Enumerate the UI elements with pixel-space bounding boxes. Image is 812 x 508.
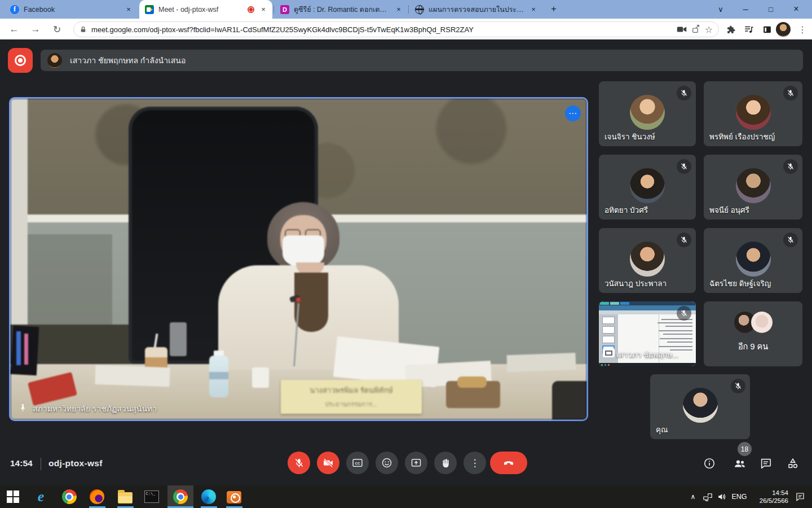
participant-tile[interactable]: อทิตยา บัวศรี bbox=[599, 155, 696, 220]
participant-tile[interactable]: เจนจิรา ชินวงษ์ bbox=[599, 81, 696, 146]
divider bbox=[41, 458, 41, 470]
extensions-puzzle-icon[interactable] bbox=[723, 22, 738, 37]
tray-clock[interactable]: 14:54 26/5/2566 bbox=[749, 485, 789, 508]
start-button[interactable] bbox=[0, 485, 25, 508]
present-screen-button[interactable] bbox=[405, 452, 427, 474]
tab-title: แผนการตรวจสอบภายในประจำปีงบประ bbox=[429, 4, 524, 15]
chat-button[interactable] bbox=[758, 456, 774, 471]
screen-share-tile[interactable]: เสาวภา ชัยพฤกษ... bbox=[599, 301, 696, 366]
participants-button[interactable] bbox=[732, 456, 748, 471]
avatar bbox=[751, 312, 773, 333]
tab-separator bbox=[408, 5, 409, 14]
close-tab-icon[interactable]: × bbox=[394, 5, 403, 14]
avatar bbox=[736, 95, 771, 130]
avatar bbox=[630, 168, 665, 203]
meeting-clock: 14:54 bbox=[10, 458, 33, 468]
tab-title: ดูซีรีย์ : Dr. Romantic ดอกเตอร์ โรแม bbox=[294, 4, 390, 15]
volume-icon[interactable] bbox=[715, 485, 730, 508]
share-icon[interactable] bbox=[691, 25, 700, 34]
more-participants-tile[interactable]: อีก 9 คน bbox=[704, 301, 802, 366]
taskbar-chrome-icon[interactable] bbox=[56, 485, 82, 508]
participant-tile[interactable]: วนัสนาฎ ประพาลา bbox=[599, 228, 696, 293]
taskbar-firefox-icon[interactable] bbox=[84, 485, 109, 508]
tab-audit-plan[interactable]: แผนการตรวจสอบภายในประจำปีงบประ × bbox=[409, 0, 542, 19]
back-button[interactable]: ← bbox=[6, 21, 23, 38]
tab-camera-icon[interactable] bbox=[677, 25, 687, 33]
reload-button[interactable]: ↻ bbox=[48, 21, 65, 38]
new-tab-button[interactable]: + bbox=[544, 0, 563, 18]
tab-recording-indicator-icon bbox=[248, 6, 254, 13]
globe-icon bbox=[415, 5, 424, 14]
camera-toggle-button[interactable] bbox=[317, 452, 339, 474]
participant-tile[interactable]: ฉัตรไชย ดิษฐ์เจริญ bbox=[704, 228, 802, 293]
taskbar-ie-icon[interactable]: e bbox=[28, 485, 54, 508]
end-call-button[interactable] bbox=[490, 452, 527, 474]
address-bar[interactable]: meet.google.com/odj-ptox-wsf?fbclid=IwAR… bbox=[73, 21, 719, 37]
action-center-icon[interactable] bbox=[791, 485, 810, 508]
tray-date: 26/5/2566 bbox=[760, 497, 788, 505]
meet-stage: เสาวภา ชัยพฤกษทล กำลังนำเสนอ bbox=[0, 40, 812, 485]
recording-indicator-icon bbox=[8, 48, 33, 73]
mic-off-icon bbox=[783, 159, 798, 174]
meeting-info-button[interactable] bbox=[701, 456, 717, 471]
participant-name: เจนจิรา ชินวงษ์ bbox=[604, 130, 655, 143]
mic-off-icon bbox=[731, 379, 745, 393]
tab-drama-series[interactable]: D ดูซีรีย์ : Dr. Romantic ดอกเตอร์ โรแม … bbox=[275, 0, 408, 19]
reactions-button[interactable] bbox=[376, 452, 398, 474]
avatar bbox=[736, 242, 771, 277]
more-options-button[interactable]: ⋮ bbox=[464, 452, 486, 474]
self-label: คุณ bbox=[656, 423, 668, 436]
desk-nameplate: นางสาวพรพิมล รัตนพิทักษ์ ประธานกรรมการ..… bbox=[281, 380, 422, 414]
close-tab-icon[interactable]: × bbox=[124, 5, 133, 14]
mic-off-icon bbox=[783, 233, 798, 247]
video-feed: นางสาวพรพิมล รัตนพิทักษ์ ประธานกรรมการ..… bbox=[11, 99, 586, 419]
close-tab-icon[interactable]: × bbox=[529, 5, 538, 14]
mic-off-icon bbox=[677, 86, 691, 100]
nameplate-title: ประธานกรรมการ... bbox=[325, 399, 378, 409]
svg-text:CC: CC bbox=[355, 461, 360, 465]
captions-button[interactable]: CC bbox=[346, 452, 369, 474]
tray-time: 14:54 bbox=[772, 489, 788, 497]
playlist-extension-icon[interactable] bbox=[742, 22, 756, 37]
self-view-tile[interactable]: คุณ bbox=[650, 374, 750, 439]
forward-button[interactable]: → bbox=[27, 21, 44, 38]
browser-menu-icon[interactable]: ⋮ bbox=[795, 22, 810, 37]
activities-button[interactable] bbox=[785, 456, 801, 471]
close-tab-icon[interactable]: × bbox=[259, 5, 268, 14]
url-text: meet.google.com/odj-ptox-wsf?fbclid=IwAR… bbox=[91, 25, 672, 34]
minimize-button[interactable]: ─ bbox=[733, 0, 758, 18]
meet-icon bbox=[145, 5, 154, 14]
mic-off-icon bbox=[677, 306, 691, 321]
maximize-button[interactable]: □ bbox=[758, 0, 783, 18]
taskbar-file-explorer-icon[interactable] bbox=[112, 485, 138, 508]
mini-browser-tabs bbox=[599, 301, 696, 305]
close-window-button[interactable]: × bbox=[784, 0, 809, 18]
language-indicator[interactable]: ENG bbox=[730, 485, 749, 508]
participant-name: อทิตยา บัวศรี bbox=[604, 204, 648, 216]
pin-icon bbox=[19, 404, 27, 414]
windows-taskbar: e C:\_ ∧ ENG 14:54 26/5/2566 bbox=[0, 485, 812, 508]
mic-toggle-button[interactable] bbox=[288, 452, 310, 474]
more-participants-label: อีก 9 คน bbox=[704, 340, 802, 353]
tile-options-button[interactable]: ⋯ bbox=[565, 106, 581, 121]
taskbar-chrome-active-icon[interactable] bbox=[167, 485, 193, 508]
presenter-avatar bbox=[47, 53, 62, 68]
bookmark-star-icon[interactable]: ☆ bbox=[705, 24, 713, 35]
main-video-tile[interactable]: นางสาวพรพิมล รัตนพิทักษ์ ประธานกรรมการ..… bbox=[9, 97, 588, 421]
participant-tile[interactable]: พรทิพย์ เรืองปราชญ์ bbox=[704, 81, 802, 146]
side-panel-icon[interactable] bbox=[760, 22, 774, 37]
window-chevron-button[interactable]: ∨ bbox=[708, 0, 733, 18]
network-icon[interactable] bbox=[700, 485, 715, 508]
tab-facebook[interactable]: f Facebook × bbox=[5, 0, 138, 19]
taskbar-cmd-icon[interactable]: C:\_ bbox=[139, 485, 164, 508]
pinned-video-label: สภามหาวิทยาลัย ราชภัฏสวนสุนันทา bbox=[33, 402, 157, 415]
tab-title: Meet - odj-ptox-wsf bbox=[158, 6, 243, 14]
mic-off-icon bbox=[677, 159, 691, 174]
tab-meet[interactable]: Meet - odj-ptox-wsf × bbox=[139, 0, 272, 19]
profile-avatar[interactable] bbox=[776, 22, 791, 37]
taskbar-edge-icon[interactable] bbox=[196, 485, 221, 508]
taskbar-capture-app-icon[interactable] bbox=[221, 485, 246, 508]
raise-hand-button[interactable] bbox=[434, 452, 457, 474]
participant-tile[interactable]: พจนีย์ อนุศรี bbox=[704, 155, 802, 220]
tray-chevron-icon[interactable]: ∧ bbox=[686, 485, 700, 508]
